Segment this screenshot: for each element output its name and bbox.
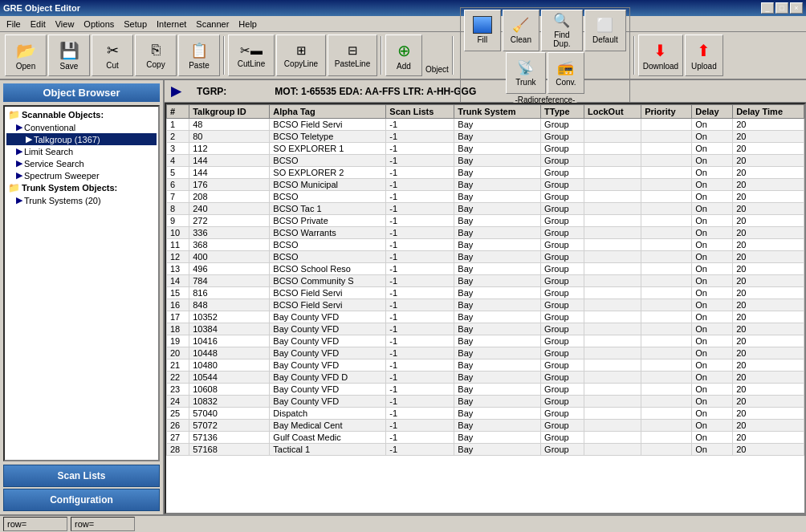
table-row[interactable]: 2757136Gulf Coast Medic-1BayGroupOn20 xyxy=(167,432,804,444)
cell-24-5: Group xyxy=(541,408,584,420)
clean-button[interactable]: 🧹 Clean xyxy=(503,10,539,51)
save-icon: 💾 xyxy=(59,41,79,60)
cell-9-3: -1 xyxy=(386,227,454,239)
upload-button[interactable]: ⬆ Upload xyxy=(685,35,723,76)
cell-6-5: Group xyxy=(541,191,584,203)
table-row[interactable]: 16848BCSO Field Servi-1BayGroupOn20 xyxy=(167,299,804,311)
arrow-filled-icon: ▶ xyxy=(26,134,32,144)
trunk-button[interactable]: 📡 Trunk xyxy=(506,52,546,94)
cell-24-2: Dispatch xyxy=(270,408,386,420)
cell-22-8: On xyxy=(692,384,733,396)
table-row[interactable]: 2010448Bay County VFD-1BayGroupOn20 xyxy=(167,347,804,359)
tree-talkgroup[interactable]: ▶ Talkgroup (1367) xyxy=(6,133,157,145)
cell-27-7 xyxy=(641,444,692,456)
table-row[interactable]: 10336BCSO Warrants-1BayGroupOn20 xyxy=(167,227,804,239)
table-row[interactable]: 1710352Bay County VFD-1BayGroupOn20 xyxy=(167,311,804,323)
cell-3-3: -1 xyxy=(386,155,454,167)
table-row[interactable]: 2857168Tactical 1-1BayGroupOn20 xyxy=(167,444,804,456)
menu-setup[interactable]: Setup xyxy=(119,18,152,30)
menu-scanner[interactable]: Scanner xyxy=(191,18,234,30)
configuration-button[interactable]: Configuration xyxy=(3,489,160,511)
table-row[interactable]: 2657072Bay Medical Cent-1BayGroupOn20 xyxy=(167,420,804,432)
close-button[interactable]: × xyxy=(790,2,803,14)
menu-options[interactable]: Options xyxy=(79,18,119,30)
table-body[interactable]: 148BCSO Field Servi-1BayGroupOn20280BCSO… xyxy=(167,119,804,456)
table-row[interactable]: 2110480Bay County VFD-1BayGroupOn20 xyxy=(167,359,804,372)
cut-button[interactable]: ✂ Cut xyxy=(92,35,133,76)
cell-20-3: -1 xyxy=(386,359,454,372)
findup-button[interactable]: 🔍 Find Dup. xyxy=(541,10,583,51)
minimize-button[interactable]: _ xyxy=(761,2,774,14)
cell-0-8: On xyxy=(692,119,733,131)
menu-edit[interactable]: Edit xyxy=(26,18,51,30)
maximize-button[interactable]: □ xyxy=(775,2,788,14)
cell-10-4: Bay xyxy=(454,239,541,251)
cell-16-2: Bay County VFD xyxy=(270,311,386,323)
save-button[interactable]: 💾 Save xyxy=(48,35,90,76)
table-row[interactable]: 5144SO EXPLORER 2-1BayGroupOn20 xyxy=(167,167,804,179)
default-button[interactable]: ⬜ Default xyxy=(584,10,626,51)
table-row[interactable]: 1810384Bay County VFD-1BayGroupOn20 xyxy=(167,323,804,335)
tree-area[interactable]: 📁 Scannable Objects: ▶ Conventional ▶ Ta… xyxy=(3,105,160,461)
col-ttype: TType xyxy=(541,105,584,119)
cell-9-8: On xyxy=(692,227,733,239)
table-row[interactable]: 280BCSO Teletype-1BayGroupOn20 xyxy=(167,131,804,143)
copyline-button[interactable]: ⊞ CopyLine xyxy=(276,35,326,76)
table-row[interactable]: 6176BCSO Municipal-1BayGroupOn20 xyxy=(167,179,804,191)
cell-9-6 xyxy=(584,227,641,239)
pasteline-button[interactable]: ⊟ PasteLine xyxy=(328,35,377,76)
menu-internet[interactable]: Internet xyxy=(152,18,191,30)
findup-label: Find Dup. xyxy=(545,30,579,48)
cell-11-7 xyxy=(641,251,692,263)
cell-15-5: Group xyxy=(541,299,584,311)
paste-button[interactable]: 📋 Paste xyxy=(178,35,220,76)
cell-26-0: 27 xyxy=(167,432,189,444)
table-row[interactable]: 11368BCSO-1BayGroupOn20 xyxy=(167,239,804,251)
table-row[interactable]: 9272BCSO Private-1BayGroupOn20 xyxy=(167,215,804,227)
scan-lists-button[interactable]: Scan Lists xyxy=(3,465,160,487)
menu-file[interactable]: File xyxy=(2,18,26,30)
table-row[interactable]: 2557040Dispatch-1BayGroupOn20 xyxy=(167,408,804,420)
add-button[interactable]: ⊕ Add xyxy=(385,35,422,76)
download-button[interactable]: ⬇ Download xyxy=(638,35,683,76)
table-row[interactable]: 14784BCSO Community S-1BayGroupOn20 xyxy=(167,275,804,287)
table-row[interactable]: 4144BCSO-1BayGroupOn20 xyxy=(167,155,804,167)
table-row[interactable]: 12400BCSO-1BayGroupOn20 xyxy=(167,251,804,263)
cell-9-5: Group xyxy=(541,227,584,239)
cell-20-8: On xyxy=(692,359,733,372)
table-row[interactable]: 8240BCSO Tac 1-1BayGroupOn20 xyxy=(167,203,804,215)
copy-button[interactable]: ⎘ Copy xyxy=(135,35,177,76)
table-row[interactable]: 2310608Bay County VFD-1BayGroupOn20 xyxy=(167,384,804,396)
table-row[interactable]: 3112SO EXPLORER 1-1BayGroupOn20 xyxy=(167,143,804,155)
fill-button[interactable]: Fill xyxy=(464,10,501,51)
tree-conventional[interactable]: ▶ Conventional xyxy=(6,121,157,133)
cell-11-2: BCSO xyxy=(270,251,386,263)
tree-service-search[interactable]: ▶ Service Search xyxy=(6,157,157,169)
table-row[interactable]: 1910416Bay County VFD-1BayGroupOn20 xyxy=(167,335,804,347)
table-row[interactable]: 15816BCSO Field Servi-1BayGroupOn20 xyxy=(167,287,804,299)
menu-help[interactable]: Help xyxy=(234,18,262,30)
main-area: Object Browser 📁 Scannable Objects: ▶ Co… xyxy=(0,80,806,514)
conv-button[interactable]: 📻 Conv. xyxy=(548,52,584,94)
cell-21-5: Group xyxy=(541,372,584,384)
table-row[interactable]: 2210544Bay County VFD D-1BayGroupOn20 xyxy=(167,372,804,384)
open-button[interactable]: 📂 Open xyxy=(5,35,47,76)
tree-spectrum-sweeper[interactable]: ▶ Spectrum Sweeper xyxy=(6,169,157,181)
tree-limit-search[interactable]: ▶ Limit Search xyxy=(6,145,157,157)
arrow-service-icon: ▶ xyxy=(16,158,22,169)
cell-5-4: Bay xyxy=(454,179,541,191)
menu-view[interactable]: View xyxy=(51,18,79,30)
table-row[interactable]: 2410832Bay County VFD-1BayGroupOn20 xyxy=(167,396,804,408)
cutline-button[interactable]: ✂▬ CutLine xyxy=(228,35,275,76)
tgrp-nav-left[interactable]: ▶ xyxy=(171,83,181,99)
table-row[interactable]: 7208BCSO-1BayGroupOn20 xyxy=(167,191,804,203)
tree-trunk-systems[interactable]: ▶ Trunk Systems (20) xyxy=(6,194,157,206)
sep2 xyxy=(381,36,382,75)
cell-11-4: Bay xyxy=(454,251,541,263)
data-table-container[interactable]: # Talkgroup ID Alpha Tag Scan Lists Trun… xyxy=(165,103,806,514)
table-row[interactable]: 148BCSO Field Servi-1BayGroupOn20 xyxy=(167,119,804,131)
col-delay-time: Delay Time xyxy=(733,105,804,119)
cell-17-9: 20 xyxy=(733,323,804,335)
table-row[interactable]: 13496BCSO School Reso-1BayGroupOn20 xyxy=(167,263,804,275)
cell-8-0: 9 xyxy=(167,215,189,227)
